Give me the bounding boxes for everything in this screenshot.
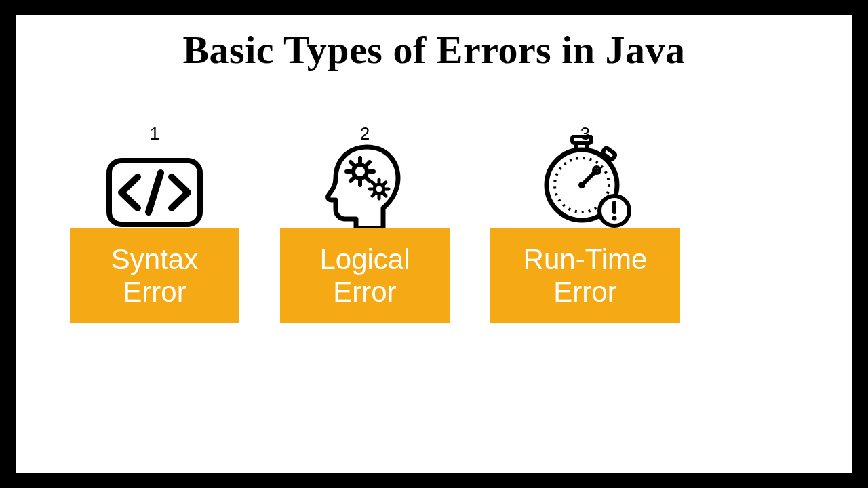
card-logical-error: 2 [280, 123, 450, 323]
svg-line-8 [367, 162, 370, 165]
card-label-line1: Run-Time [524, 243, 648, 276]
card-label-box: Run-Time Error [490, 228, 680, 323]
code-tag-icon [104, 148, 205, 230]
svg-point-11 [374, 184, 384, 194]
svg-point-2 [353, 165, 367, 178]
card-syntax-error: 1 Syntax Error [70, 123, 239, 323]
svg-line-9 [351, 178, 353, 181]
head-gears-icon [321, 148, 409, 230]
svg-point-30 [612, 216, 617, 221]
card-label-box: Syntax Error [70, 228, 239, 323]
svg-line-16 [372, 182, 374, 184]
card-number: 1 [150, 123, 159, 144]
svg-line-10 [367, 178, 370, 181]
slide-canvas: Basic Types of Errors in Java 1 Syntax E… [16, 15, 852, 473]
card-runtime-error: 3 [490, 123, 680, 323]
card-label-line1: Logical [319, 243, 410, 276]
card-label-box: Logical Error [280, 228, 450, 323]
card-label-line1: Syntax [111, 243, 198, 276]
svg-line-18 [372, 194, 374, 196]
card-label-line2: Error [553, 276, 616, 308]
svg-line-17 [384, 182, 386, 184]
cards-row: 1 Syntax Error 2 [70, 123, 680, 323]
card-label-line2: Error [333, 276, 396, 308]
svg-line-7 [351, 162, 353, 165]
svg-line-1 [149, 173, 161, 212]
card-label-line2: Error [123, 276, 186, 308]
stopwatch-alert-icon [534, 148, 636, 230]
svg-line-19 [384, 194, 386, 196]
slide-title: Basic Types of Errors in Java [16, 27, 852, 73]
